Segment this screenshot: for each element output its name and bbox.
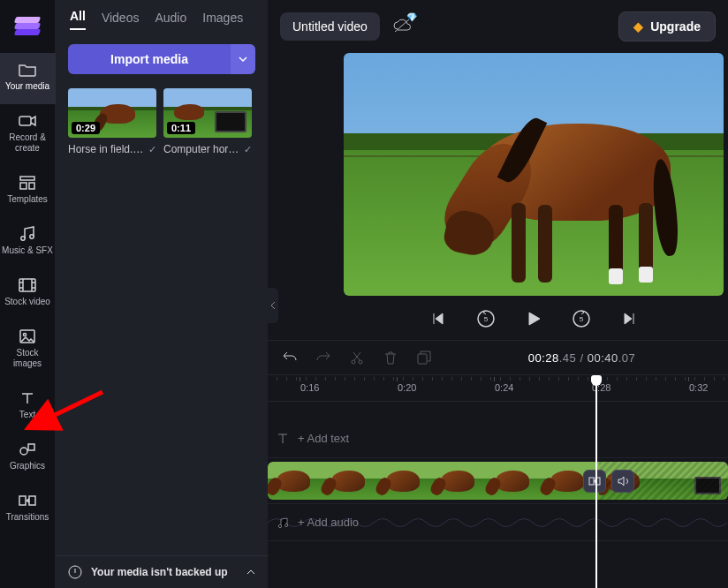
svg-rect-19 bbox=[418, 354, 427, 364]
rail-label: Stock video bbox=[4, 297, 50, 307]
text-icon bbox=[277, 433, 289, 445]
check-icon: ✓ bbox=[148, 144, 156, 155]
shapes-icon bbox=[19, 441, 36, 457]
check-icon: ✓ bbox=[244, 144, 252, 155]
duplicate-button[interactable] bbox=[416, 350, 432, 366]
tab-images[interactable]: Images bbox=[202, 11, 243, 30]
media-item[interactable]: 0:29 Horse in field.…✓ bbox=[68, 88, 156, 155]
rail-label: Graphics bbox=[10, 461, 45, 471]
left-nav-rail: Your media Record & create Templates Mus… bbox=[0, 0, 56, 588]
clip-name: Computer hor… bbox=[163, 143, 239, 155]
text-icon bbox=[19, 390, 36, 406]
ruler-tick: 0:16 bbox=[300, 382, 319, 393]
backup-warning-text: Your media isn't backed up bbox=[91, 566, 228, 578]
clip-audio-button[interactable] bbox=[611, 470, 634, 493]
svg-rect-1 bbox=[20, 177, 34, 180]
chevron-up-icon bbox=[246, 569, 255, 575]
play-button[interactable] bbox=[521, 306, 546, 331]
clip-name: Horse in field.… bbox=[68, 143, 143, 155]
clip-duration: 0:29 bbox=[72, 122, 100, 134]
timeline-toolbar: 00:28.45 / 00:40.07 bbox=[268, 340, 728, 375]
rail-label: Your media bbox=[5, 81, 49, 92]
svg-point-17 bbox=[352, 360, 355, 364]
rail-item-transitions[interactable]: Transitions bbox=[0, 484, 56, 535]
project-title[interactable]: Untitled video bbox=[280, 12, 380, 41]
split-button[interactable] bbox=[349, 350, 365, 366]
skip-to-start-button[interactable] bbox=[426, 306, 451, 331]
svg-text:5: 5 bbox=[579, 315, 583, 323]
delete-button[interactable] bbox=[383, 350, 398, 366]
upgrade-button[interactable]: ◆ Upgrade bbox=[618, 11, 716, 41]
timeline[interactable]: 0:160:200:240:280:32 + Add text bbox=[268, 375, 728, 588]
playback-controls: 5 5 bbox=[426, 306, 641, 331]
svg-text:5: 5 bbox=[483, 315, 488, 323]
svg-rect-6 bbox=[19, 279, 35, 291]
camera-icon bbox=[19, 113, 36, 129]
timeline-ruler[interactable]: 0:160:200:240:280:32 bbox=[268, 375, 728, 402]
svg-point-5 bbox=[30, 235, 34, 238]
laptop-icon bbox=[215, 111, 246, 132]
tab-all[interactable]: All bbox=[70, 9, 86, 30]
cloud-sync-button[interactable]: 💎 bbox=[392, 17, 412, 36]
transition-button[interactable] bbox=[583, 470, 606, 493]
svg-point-18 bbox=[359, 360, 362, 364]
rail-label: Record & create bbox=[9, 132, 46, 154]
media-item[interactable]: 0:11 Computer hor…✓ bbox=[163, 88, 252, 155]
undo-button[interactable] bbox=[282, 350, 298, 366]
clip-duration: 0:11 bbox=[167, 122, 195, 134]
import-media-button[interactable]: Import media bbox=[68, 44, 231, 74]
video-preview[interactable] bbox=[344, 53, 724, 296]
rail-item-music[interactable]: Music & SFX bbox=[0, 217, 56, 268]
skip-to-end-button[interactable] bbox=[617, 306, 641, 331]
svg-point-4 bbox=[21, 237, 25, 240]
timeline-clip-1[interactable] bbox=[268, 462, 599, 500]
svg-point-8 bbox=[23, 333, 26, 335]
rail-item-templates[interactable]: Templates bbox=[0, 166, 56, 217]
media-thumbnails: 0:29 Horse in field.…✓ 0:11 Computer hor… bbox=[56, 83, 268, 161]
add-text-hint: + Add text bbox=[277, 432, 349, 445]
svg-rect-20 bbox=[589, 478, 594, 485]
rail-item-record[interactable]: Record & create bbox=[0, 104, 56, 166]
backup-warning-bar[interactable]: Your media isn't backed up bbox=[56, 555, 268, 588]
folder-icon bbox=[19, 62, 36, 78]
rail-item-stock-images[interactable]: Stock images bbox=[0, 320, 56, 381]
rail-label: Stock images bbox=[13, 348, 42, 369]
rail-label: Music & SFX bbox=[2, 245, 53, 256]
upgrade-label: Upgrade bbox=[650, 19, 701, 34]
rail-label: Transitions bbox=[6, 512, 49, 523]
ruler-tick: 0:32 bbox=[689, 382, 708, 393]
video-track[interactable] bbox=[268, 458, 728, 504]
rail-label: Text bbox=[19, 410, 35, 420]
import-media-dropdown[interactable] bbox=[231, 44, 255, 74]
tab-videos[interactable]: Videos bbox=[102, 11, 140, 30]
panel-collapse-handle[interactable] bbox=[268, 288, 278, 323]
rail-item-your-media[interactable]: Your media bbox=[0, 53, 56, 104]
top-bar: Untitled video 💎 ◆ Upgrade bbox=[268, 0, 728, 53]
templates-icon bbox=[19, 175, 36, 191]
skip-forward-5-button[interactable]: 5 bbox=[569, 306, 594, 331]
editor-area: Untitled video 💎 ◆ Upgrade 5 bbox=[268, 0, 728, 588]
audio-track[interactable]: + Add audio bbox=[268, 504, 728, 541]
waveform-icon bbox=[268, 513, 727, 532]
ruler-tick: 0:24 bbox=[495, 382, 513, 393]
chevron-left-icon bbox=[270, 301, 276, 310]
rail-item-graphics[interactable]: Graphics bbox=[0, 433, 56, 484]
rail-label: Templates bbox=[7, 194, 48, 205]
text-track[interactable]: + Add text bbox=[268, 419, 728, 458]
image-icon bbox=[19, 328, 36, 344]
timecode-display: 00:28.45 / 00:40.07 bbox=[528, 351, 636, 365]
music-icon bbox=[19, 226, 36, 242]
chevron-down-icon bbox=[239, 57, 247, 62]
rail-item-text[interactable]: Text bbox=[0, 381, 56, 433]
svg-rect-3 bbox=[29, 183, 34, 189]
svg-point-9 bbox=[20, 448, 27, 455]
svg-rect-2 bbox=[20, 183, 27, 189]
tab-audio[interactable]: Audio bbox=[155, 11, 186, 30]
alert-icon bbox=[68, 565, 82, 579]
redo-button[interactable] bbox=[315, 350, 331, 366]
media-tabs: All Videos Audio Images bbox=[56, 0, 268, 35]
ruler-tick: 0:20 bbox=[398, 382, 416, 393]
preview-area: 5 5 bbox=[268, 53, 728, 340]
skip-back-5-button[interactable]: 5 bbox=[474, 306, 498, 331]
rail-item-stock-video[interactable]: Stock video bbox=[0, 268, 56, 320]
